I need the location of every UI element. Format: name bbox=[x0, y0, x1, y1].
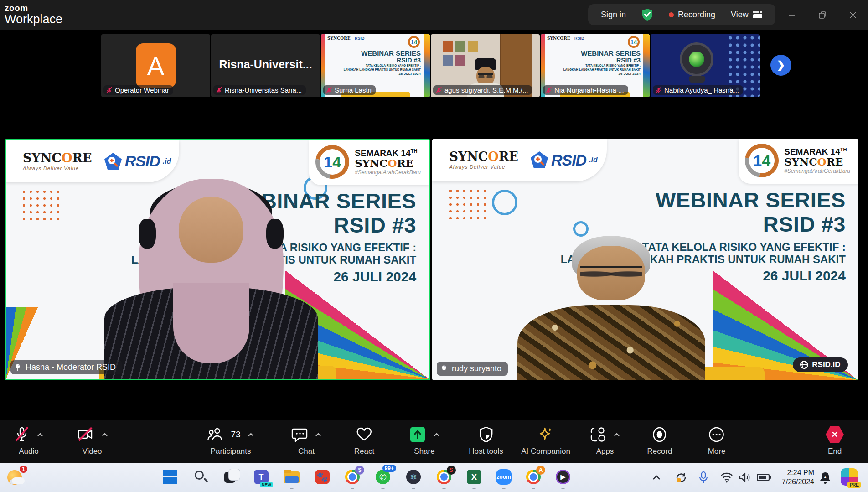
chrome-profile2-button[interactable]: S bbox=[435, 468, 453, 486]
webcam-illustration bbox=[680, 42, 713, 76]
running-indicator bbox=[351, 488, 354, 489]
end-meeting-button[interactable]: ✕ End bbox=[826, 426, 844, 456]
semarak-14-icon: 14 bbox=[315, 145, 349, 179]
zoom-app-button[interactable]: zoom bbox=[495, 468, 512, 486]
chrome-profile1-button[interactable]: $ bbox=[344, 468, 361, 486]
webinar-title-mini: WEBINAR SERIES RSID #3 TATA KELOLA RISIK… bbox=[563, 50, 641, 76]
headphone-earcup-decor bbox=[139, 219, 156, 249]
sync-arrows-icon bbox=[675, 471, 687, 483]
tray-battery-icon[interactable] bbox=[757, 463, 771, 492]
chevron-up-icon[interactable] bbox=[248, 433, 254, 437]
encryption-shield-icon[interactable] bbox=[641, 8, 653, 21]
search-button[interactable] bbox=[192, 468, 210, 486]
excel-icon: X bbox=[467, 470, 481, 484]
media-player-button[interactable]: ▶ bbox=[554, 468, 572, 486]
chat-button[interactable]: Chat bbox=[291, 426, 321, 456]
thumbnail-surna-lastri[interactable]: SYNCORE RSID 14 WEBINAR SERIES RSID #3 T… bbox=[321, 34, 430, 97]
end-label: End bbox=[828, 447, 842, 456]
chevron-up-icon[interactable] bbox=[614, 433, 620, 437]
file-explorer-button[interactable] bbox=[283, 468, 300, 486]
participants-button[interactable]: 73 Participants bbox=[207, 426, 254, 456]
video-tile-hasna[interactable]: SYNCORE Always Deliver Value RSID .id 14… bbox=[5, 139, 430, 380]
chrome-profile3-button[interactable]: A bbox=[525, 468, 542, 486]
chevron-up-icon[interactable] bbox=[37, 433, 43, 437]
record-label: Record bbox=[647, 447, 672, 456]
participant-name: Hasna - Moderator RSID bbox=[26, 363, 116, 372]
minimize-button[interactable] bbox=[776, 0, 807, 30]
electron-app-button[interactable]: ⚛ bbox=[405, 468, 422, 486]
syncore-rsid-logo-card: SYNCORE Always Deliver Value RSID .id bbox=[6, 140, 179, 182]
end-x-icon: ✕ bbox=[826, 426, 844, 443]
window-buttons bbox=[776, 0, 868, 30]
ai-companion-button[interactable]: AI Companion bbox=[521, 426, 570, 456]
excel-button[interactable]: X bbox=[465, 468, 483, 486]
recording-label: Recording bbox=[678, 10, 715, 20]
more-icon bbox=[708, 426, 725, 443]
sign-in-button[interactable]: Sign in bbox=[601, 10, 626, 20]
chevron-up-icon[interactable] bbox=[315, 433, 321, 437]
teams-button[interactable]: T NEW bbox=[253, 468, 270, 486]
whatsapp-button[interactable]: ✆ 99+ bbox=[374, 468, 392, 486]
semarak-text: SEMARAK 14TH SYNCORE #SemangatArahGerakB… bbox=[784, 147, 850, 174]
share-button[interactable]: Share bbox=[409, 426, 440, 456]
copilot-button[interactable]: PRE bbox=[841, 468, 858, 486]
host-tools-label: Host tools bbox=[469, 447, 503, 456]
gnome-app-button[interactable]: 🐾 bbox=[314, 468, 331, 486]
wifi-icon bbox=[720, 472, 733, 483]
video-tile-rudy[interactable]: SYNCORE Always Deliver Value RSID .id 14… bbox=[432, 139, 858, 380]
thumbnail-risna[interactable]: Risna-Universit... Risna-Universitas San… bbox=[211, 34, 320, 97]
thumbnail-nabila-ayudya[interactable]: Nabila Ayudya_ Hasna... bbox=[651, 34, 760, 97]
running-indicator bbox=[562, 488, 565, 489]
semarak-logo-card: 14 SEMARAK 14TH SYNCORE #SemangatArahGer… bbox=[309, 140, 429, 185]
view-button[interactable]: View bbox=[731, 10, 763, 20]
host-tools-shield-icon bbox=[479, 426, 493, 443]
react-button[interactable]: React bbox=[354, 426, 374, 456]
close-button[interactable] bbox=[837, 0, 868, 30]
share-screen-icon bbox=[409, 426, 426, 443]
pin-icon bbox=[440, 365, 448, 373]
apps-label: Apps bbox=[596, 447, 614, 456]
semarak-14-mini-logo: 14 bbox=[408, 36, 420, 48]
globe-icon bbox=[800, 361, 808, 369]
tray-date: 7/26/2024 bbox=[782, 477, 814, 487]
filmstrip-next-page-button[interactable]: ❯ bbox=[770, 55, 791, 76]
webinar-title-line2: RSID #3 bbox=[561, 212, 846, 237]
syncore-rsid-logo-card: SYNCORE Always Deliver Value RSID .id bbox=[432, 139, 607, 181]
chevron-up-icon[interactable] bbox=[102, 433, 108, 437]
tray-sync-icon[interactable] bbox=[675, 463, 687, 492]
participant-name-badge: agus sugiyardi, S.E.M.M./... bbox=[433, 85, 532, 95]
thumbnail-agus-sugiyardi[interactable]: agus sugiyardi, S.E.M.M./... bbox=[431, 34, 540, 97]
task-view-button[interactable] bbox=[222, 468, 240, 486]
audio-button[interactable]: Audio bbox=[14, 426, 43, 456]
tray-overflow-button[interactable] bbox=[652, 463, 661, 492]
tray-wifi-icon[interactable] bbox=[720, 463, 733, 492]
start-button[interactable] bbox=[161, 468, 179, 486]
window-titlebar: zoom Workplace Sign in Recording View bbox=[0, 0, 868, 30]
thumbnail-operator-webinar[interactable]: A Operator Webinar bbox=[101, 34, 210, 97]
restore-button[interactable] bbox=[807, 0, 837, 30]
notification-badge: 1 bbox=[20, 466, 27, 473]
participant-name-badge: Nabila Ayudya_ Hasna... bbox=[653, 85, 743, 95]
record-button[interactable]: Record bbox=[647, 426, 672, 456]
thumbnail-nia-nurjanah[interactable]: SYNCORE RSID 14 WEBINAR SERIES RSID #3 T… bbox=[541, 34, 650, 97]
participant-name: Operator Webinar bbox=[115, 86, 169, 94]
host-tools-button[interactable]: Host tools bbox=[469, 426, 503, 456]
recording-indicator[interactable]: Recording bbox=[669, 10, 715, 20]
more-button[interactable]: More bbox=[708, 426, 726, 456]
taskbar-clock[interactable]: 2:24 PM 7/26/2024 bbox=[782, 468, 814, 487]
tray-volume-icon[interactable] bbox=[739, 463, 751, 492]
tray-mic-icon[interactable] bbox=[698, 463, 708, 492]
windows-taskbar: 1 T NEW 🐾 $ ✆ 99+ ⚛ S bbox=[0, 463, 868, 492]
copilot-pre-badge: PRE bbox=[847, 482, 861, 488]
circle-decor bbox=[492, 190, 517, 215]
search-icon bbox=[195, 471, 204, 480]
notification-bell-button[interactable]: z z bbox=[819, 463, 832, 492]
video-button[interactable]: Video bbox=[76, 426, 108, 456]
hijab-drape-decor bbox=[173, 283, 249, 363]
taskbar-weather-widget[interactable]: 1 bbox=[6, 467, 26, 487]
profile-badge: $ bbox=[355, 466, 364, 475]
rsid-pentagon-icon bbox=[530, 151, 548, 169]
running-indicator bbox=[443, 488, 446, 489]
apps-button[interactable]: Apps bbox=[590, 426, 620, 456]
chevron-up-icon[interactable] bbox=[434, 433, 440, 437]
